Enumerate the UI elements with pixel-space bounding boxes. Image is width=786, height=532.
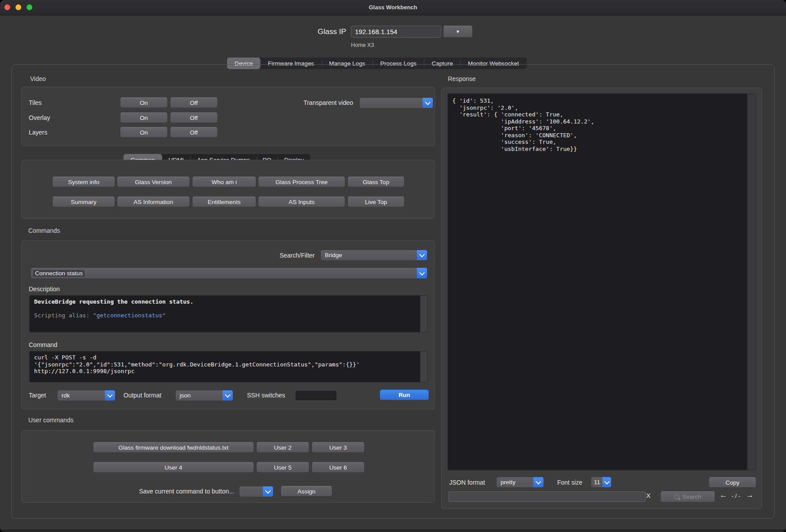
- scripting-alias-line: Scripting alias: "getconnectionstatus": [34, 312, 416, 319]
- layers-label: Layers: [29, 129, 47, 136]
- json-format-value: pretty: [497, 479, 533, 486]
- app-window: Glass Workbench Glass IP 192.168.1.154 ▼…: [0, 0, 786, 532]
- target-value: rdk: [58, 392, 105, 399]
- commands-section-label: Commands: [28, 227, 60, 234]
- window-bottom-edge: [0, 529, 786, 532]
- as-information-button[interactable]: AS Information: [117, 197, 190, 207]
- chevron-down-icon: [423, 98, 433, 108]
- command-line: '{"jsonrpc":"2.0","id":531,"method":"org…: [34, 361, 416, 368]
- glass-ip-menu-button[interactable]: ▼: [443, 26, 473, 38]
- match-counter: - / -: [732, 493, 740, 499]
- font-size-label: Font size: [557, 479, 582, 486]
- search-filter-label: Search/Filter: [216, 252, 315, 259]
- save-command-label: Save current command to button...: [101, 488, 234, 495]
- common-buttons-groupbox: System info Glass Version Who am i Glass…: [21, 160, 435, 219]
- tiles-label: Tiles: [29, 99, 42, 106]
- user-commands-section-label: User commands: [28, 416, 73, 424]
- glass-top-button[interactable]: Glass Top: [347, 177, 405, 187]
- live-top-button[interactable]: Live Top: [347, 197, 405, 207]
- glass-version-button[interactable]: Glass Version: [117, 177, 190, 187]
- user-command-3-button[interactable]: User 3: [312, 442, 365, 453]
- video-groupbox: Tiles On Off Overlay On Off Layers On Of…: [21, 87, 435, 146]
- window-title: Glass Workbench: [0, 0, 786, 15]
- copy-button[interactable]: Copy: [709, 477, 756, 488]
- description-label: Description: [29, 285, 60, 293]
- response-section-label: Response: [448, 75, 476, 82]
- video-section-label: Video: [30, 75, 46, 82]
- layers-off-button[interactable]: Off: [170, 127, 218, 138]
- summary-button[interactable]: Summary: [52, 197, 115, 207]
- chevron-down-icon: [417, 250, 427, 260]
- command-select-value: Connection status: [33, 270, 85, 277]
- response-search-button[interactable]: Search: [660, 491, 715, 502]
- user-commands-groupbox: Glass firmware download fwdnldstatus.txt…: [21, 430, 435, 503]
- overlay-off-button[interactable]: Off: [170, 112, 218, 123]
- save-slot-select[interactable]: [239, 486, 274, 497]
- who-am-i-button[interactable]: Who am i: [192, 177, 256, 187]
- target-select[interactable]: rdk: [57, 390, 116, 401]
- command-select[interactable]: Connection status: [31, 267, 428, 279]
- response-line: { 'id': 531,: [452, 97, 743, 104]
- glass-ip-input[interactable]: 192.168.1.154: [351, 26, 441, 38]
- output-format-select[interactable]: json: [175, 390, 233, 401]
- description-text: DeviceBridge requesting the connection s…: [34, 298, 416, 305]
- device-name-label: Home X3: [351, 42, 374, 48]
- commands-groupbox: Search/Filter Bridge Connection status D…: [21, 240, 435, 409]
- tiles-on-button[interactable]: On: [120, 97, 168, 108]
- response-output[interactable]: { 'id': 531, 'jsonrpc': '2.0', 'result':…: [447, 93, 756, 470]
- chevron-down-icon: [417, 268, 427, 278]
- run-button[interactable]: Run: [380, 389, 429, 400]
- description-scrollbar[interactable]: [420, 296, 427, 332]
- font-size-select[interactable]: 11: [591, 477, 612, 488]
- system-info-button[interactable]: System info: [52, 177, 115, 187]
- chevron-down-icon: [533, 477, 543, 487]
- user-command-4-button[interactable]: User 4: [93, 462, 254, 473]
- response-scrollbar[interactable]: [747, 94, 755, 470]
- user-command-2-button[interactable]: User 2: [256, 442, 309, 453]
- entitlements-button[interactable]: Entitlements: [192, 197, 256, 207]
- next-match-button[interactable]: →: [746, 491, 754, 500]
- search-button-label: Search: [682, 493, 701, 500]
- description-box[interactable]: DeviceBridge requesting the connection s…: [29, 295, 428, 332]
- overlay-label: Overlay: [29, 114, 50, 121]
- response-line: 'success': True,: [452, 139, 743, 146]
- clear-search-button[interactable]: X: [646, 492, 651, 499]
- layers-on-button[interactable]: On: [120, 127, 168, 138]
- glass-ip-label: Glass IP: [292, 27, 346, 36]
- title-bar: Glass Workbench: [0, 0, 786, 15]
- search-icon: [674, 494, 679, 499]
- command-box[interactable]: curl -X POST -s -d '{"jsonrpc":"2.0","id…: [29, 351, 428, 382]
- response-line: 'result': { 'connected': True,: [452, 111, 743, 118]
- chevron-down-icon: [105, 390, 115, 401]
- user-command-6-button[interactable]: User 6: [312, 462, 365, 473]
- response-line: 'usbInterface': True}}: [452, 146, 743, 153]
- json-format-select[interactable]: pretty: [496, 477, 544, 488]
- command-line: http://127.0.0.1:9998/jsonrpc: [34, 368, 416, 375]
- search-filter-select[interactable]: Bridge: [320, 250, 428, 261]
- response-line: 'ipAddress': '100.64.12.2',: [452, 118, 743, 125]
- user-command-5-button[interactable]: User 5: [256, 462, 309, 473]
- prev-match-button[interactable]: ←: [720, 491, 727, 500]
- user-command-1-button[interactable]: Glass firmware download fwdnldstatus.txt: [93, 442, 254, 453]
- response-groupbox: { 'id': 531, 'jsonrpc': '2.0', 'result':…: [441, 88, 762, 509]
- response-line: 'port': '45678',: [452, 125, 743, 132]
- transparent-video-select[interactable]: [359, 97, 433, 108]
- assign-button[interactable]: Assign: [281, 486, 332, 497]
- chevron-down-icon: [263, 486, 273, 497]
- overlay-on-button[interactable]: On: [120, 112, 168, 123]
- transparent-video-label: Transparent video: [265, 99, 353, 106]
- command-label: Command: [29, 341, 58, 348]
- ssh-switches-input[interactable]: [296, 391, 336, 400]
- ssh-switches-label: SSH switches: [247, 392, 285, 399]
- search-filter-value: Bridge: [321, 252, 417, 258]
- chevron-down-icon: [602, 477, 611, 487]
- glass-process-tree-button[interactable]: Glass Process Tree: [258, 177, 345, 187]
- json-format-label: JSON format: [449, 479, 485, 486]
- as-inputs-button[interactable]: AS Inputs: [258, 197, 345, 207]
- response-line: 'reason': 'CONNECTED',: [452, 132, 743, 139]
- command-scrollbar[interactable]: [420, 351, 427, 382]
- response-line: 'jsonrpc': '2.0',: [452, 104, 743, 112]
- response-search-input[interactable]: [448, 491, 646, 502]
- tiles-off-button[interactable]: Off: [170, 97, 218, 108]
- target-label: Target: [29, 392, 46, 399]
